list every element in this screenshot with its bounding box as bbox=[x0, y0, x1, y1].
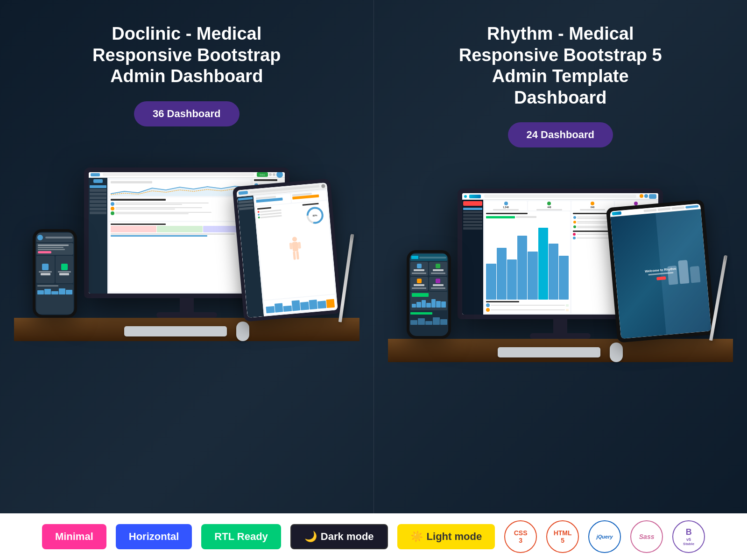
tech-badge-sass: Sass bbox=[630, 520, 663, 553]
left-ui-content bbox=[107, 178, 252, 294]
sidebar-logo bbox=[93, 179, 103, 183]
badge-horizontal[interactable]: Horizontal bbox=[116, 524, 192, 549]
promo-btn[interactable] bbox=[38, 251, 51, 253]
rhythm-sitem-2[interactable] bbox=[463, 211, 482, 213]
rt-nav-item-3[interactable] bbox=[671, 206, 684, 210]
chat-msg-1 bbox=[111, 233, 235, 235]
tablet-sitem-2[interactable] bbox=[238, 200, 253, 204]
apt-date-3 bbox=[115, 213, 189, 214]
share-photos-title bbox=[111, 224, 166, 225]
rev-bar-5 bbox=[528, 252, 537, 300]
rhythm-sitem-3[interactable] bbox=[463, 214, 482, 217]
left-phone-ui bbox=[35, 232, 74, 315]
card-label2 bbox=[58, 271, 71, 273]
rhythm-sitem-7[interactable] bbox=[463, 227, 482, 230]
rhythm-sitem-4[interactable] bbox=[463, 217, 482, 220]
body-dot-1 bbox=[257, 211, 259, 213]
sidebar-item-7[interactable] bbox=[90, 208, 106, 210]
card-icon2 bbox=[61, 264, 68, 270]
sidebar-item-4[interactable] bbox=[90, 196, 106, 199]
sidebar-item-1[interactable] bbox=[90, 185, 106, 188]
svg-rect-5 bbox=[296, 251, 299, 259]
emergency-btn[interactable] bbox=[463, 201, 482, 206]
rhythm-sitem-5[interactable] bbox=[463, 221, 482, 223]
badge-minimal[interactable]: Minimal bbox=[42, 524, 106, 549]
phone-card-patients bbox=[36, 256, 55, 284]
rhythm-stat-patients: 1,548 bbox=[485, 201, 527, 210]
badge-rtl[interactable]: RTL Ready bbox=[201, 524, 281, 549]
up-av-2 bbox=[573, 237, 576, 239]
rp-card-3 bbox=[410, 277, 429, 291]
badge-dark[interactable]: 🌙 Dark mode bbox=[290, 524, 388, 549]
rt-nav-item-2[interactable] bbox=[658, 208, 671, 211]
left-ui-sidebar bbox=[89, 178, 107, 294]
css-text: CSS bbox=[514, 529, 528, 537]
css-num: 3 bbox=[519, 537, 522, 544]
sidebar-item-5[interactable] bbox=[90, 200, 106, 203]
bar5 bbox=[66, 290, 72, 295]
tablet-sitem-4[interactable] bbox=[239, 207, 253, 210]
left-topbar-btn[interactable]: Online bbox=[257, 172, 268, 177]
right-phone-ui bbox=[409, 253, 448, 336]
rev-bar-7 bbox=[549, 244, 558, 300]
rt-nav-btn[interactable] bbox=[685, 205, 698, 209]
promo-line2 bbox=[38, 247, 63, 248]
apt-info-1 bbox=[115, 203, 249, 205]
rpb-3 bbox=[425, 321, 432, 325]
person-3 bbox=[690, 266, 700, 283]
rhythm-stat-staff: 848 bbox=[571, 201, 614, 210]
appointment-history bbox=[109, 197, 250, 221]
rp-icon-4 bbox=[436, 279, 440, 283]
left-phone-search bbox=[45, 237, 72, 238]
rhythm-sitem-6[interactable] bbox=[463, 224, 482, 226]
tablet-sitem-3[interactable] bbox=[239, 203, 253, 207]
right-dashboard-badge: 24 Dashboard bbox=[508, 122, 613, 147]
right-topbar bbox=[462, 193, 658, 200]
phone-bottom-label bbox=[37, 285, 58, 287]
right-kb-row bbox=[498, 343, 623, 362]
left-topbar-avatar bbox=[276, 172, 283, 178]
rp-card-1 bbox=[410, 262, 429, 276]
rp-bar-1 bbox=[412, 304, 416, 308]
sidebar-item-2[interactable] bbox=[90, 189, 106, 192]
doctor-status-2 bbox=[566, 309, 569, 311]
card-icon bbox=[42, 264, 49, 270]
tbar-1 bbox=[266, 306, 275, 313]
jquery-text: jQuery bbox=[597, 534, 613, 539]
left-phone-bezel bbox=[33, 229, 77, 318]
rt-welcome-subtitle bbox=[648, 272, 674, 276]
rp-num-3 bbox=[414, 284, 424, 286]
rp-label-2 bbox=[431, 273, 445, 274]
rt-cta-btn[interactable] bbox=[656, 276, 666, 280]
phone-mini-chart bbox=[37, 287, 72, 294]
top-section: Doclinic - Medical Responsive Bootstrap … bbox=[0, 0, 747, 513]
chart-title bbox=[111, 181, 152, 183]
rhythm-stat-val-1: 1,548 bbox=[503, 206, 509, 209]
left-topbar-icon2 bbox=[273, 173, 275, 176]
rt-nav-item-1[interactable] bbox=[644, 209, 657, 212]
rt-hero-text: Welcome to Rhythm bbox=[640, 262, 682, 286]
badge-light[interactable]: ☀️ Light mode bbox=[397, 524, 495, 549]
tablet-sitem-1[interactable] bbox=[238, 197, 252, 201]
left-topbar: Online bbox=[89, 172, 285, 178]
rp-bar-6 bbox=[436, 301, 441, 308]
rp-bar-4 bbox=[426, 303, 431, 308]
sidebar-item-3[interactable] bbox=[90, 193, 106, 196]
progress-circle: 80% bbox=[304, 205, 324, 225]
left-phone-stats bbox=[36, 256, 73, 284]
sidebar-item-6[interactable] bbox=[90, 204, 106, 207]
sidebar-item-8[interactable] bbox=[90, 211, 106, 214]
left-stylus bbox=[338, 234, 353, 322]
rpb-4 bbox=[433, 317, 440, 325]
body-title bbox=[257, 207, 271, 210]
sun-icon: ☀️ bbox=[410, 531, 423, 543]
pay-date-1 bbox=[577, 218, 609, 219]
share-photos-panel bbox=[109, 222, 250, 292]
right-monitor-foot bbox=[530, 333, 591, 339]
doctor-name-2 bbox=[491, 309, 565, 310]
main-container: Doclinic - Medical Responsive Bootstrap … bbox=[0, 0, 747, 560]
rhythm-sitem-1[interactable] bbox=[463, 208, 482, 210]
tech-badge-jquery: jQuery bbox=[588, 520, 621, 553]
right-keyboard bbox=[498, 347, 600, 357]
card-value bbox=[41, 273, 50, 275]
